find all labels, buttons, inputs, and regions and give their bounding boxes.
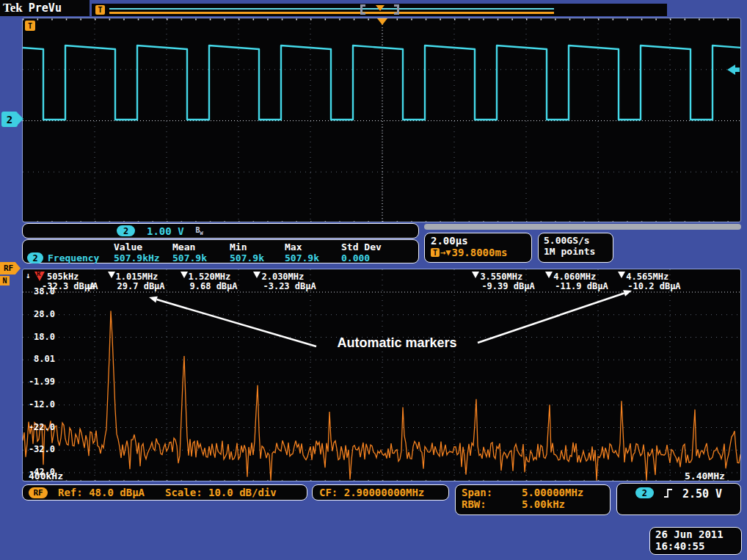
measurement-header-max: Max bbox=[285, 241, 341, 252]
oscilloscope-screen: { "header": {"logo": "Tek", "mode": "Pre… bbox=[0, 0, 747, 560]
sample-rate: 5.00GS/s bbox=[544, 235, 608, 246]
channel-2-ground-label: 2 bbox=[7, 114, 12, 126]
trigger-source-badge: 2 bbox=[635, 487, 654, 498]
measurement-max: 507.9k bbox=[285, 252, 341, 263]
timebase-scale: 2.00µs bbox=[431, 235, 525, 247]
measurement-stddev: 0.000 bbox=[341, 252, 418, 263]
tek-logo: Tek bbox=[3, 1, 23, 15]
rf-axis-label--12.0: -12.0 bbox=[24, 399, 55, 410]
bandwidth-limit-icon: BW bbox=[196, 226, 203, 236]
measurement-value: 507.9kHz bbox=[114, 252, 172, 263]
timebase-delay-value: 39.8000ms bbox=[451, 247, 507, 258]
time-domain-graticule: T bbox=[22, 18, 741, 222]
rf-axis-label-8.01: 8.01 bbox=[24, 354, 55, 364]
annotation-automatic-markers: Automatic markers bbox=[316, 335, 478, 351]
channel-2-scale-value: 1.00 V bbox=[147, 225, 184, 237]
header-bar: Tek PreVu bbox=[0, 0, 90, 16]
time-label: 16:40:55 bbox=[655, 540, 736, 552]
acquisition-mode-label: PreVu bbox=[29, 1, 62, 15]
trigger-position-icon[interactable] bbox=[377, 18, 387, 25]
rf-settings-bar[interactable]: RF Ref: 48.0 dBµA Scale: 10.0 dB/div bbox=[22, 484, 307, 501]
trigger-readout-box[interactable]: 2 2.50 V bbox=[616, 483, 741, 515]
rf-ref-level: Ref: 48.0 dBµA bbox=[58, 487, 145, 498]
record-overview-strip[interactable]: T bbox=[92, 4, 667, 16]
start-frequency-label: 400kHz bbox=[29, 470, 63, 481]
expansion-point-icon bbox=[727, 65, 735, 75]
rf-n-label: N bbox=[2, 277, 7, 285]
rbw-label: RBW: bbox=[462, 498, 522, 510]
measurement-header-mean: Mean bbox=[172, 241, 230, 252]
channel-2-scale-bar[interactable]: 2 1.00 V BW bbox=[22, 223, 419, 239]
channel-2-ground-marker-tip bbox=[18, 113, 23, 125]
measurement-name: Frequency bbox=[48, 252, 99, 263]
measurement-min: 507.9k bbox=[230, 252, 285, 263]
rbw-value: 5.00kHz bbox=[522, 498, 565, 510]
measurement-channel-badge: 2 bbox=[27, 252, 43, 263]
rf-axis-label--22.0: -22.0 bbox=[24, 422, 55, 432]
horizontal-position-indicator bbox=[424, 224, 741, 230]
delay-arrow-icon: →▼ bbox=[440, 247, 451, 258]
rf-scale: Scale: 10.0 dB/div bbox=[165, 487, 277, 498]
rf-normal-marker-badge: N bbox=[0, 276, 10, 286]
overview-trigger-position-icon bbox=[376, 5, 385, 11]
measurement-header-value: Value bbox=[114, 241, 172, 252]
rf-axis-label--1.99: -1.99 bbox=[24, 377, 55, 387]
rf-bar-badge: RF bbox=[29, 487, 48, 498]
channel-2-badge: 2 bbox=[117, 225, 135, 236]
rf-axis-label--32.0: -32.0 bbox=[24, 444, 55, 454]
measurement-panel[interactable]: Value Mean Min Max Std Dev 2 Frequency 5… bbox=[22, 239, 419, 263]
measurement-header-min: Min bbox=[230, 241, 285, 252]
record-length: 1M points bbox=[544, 246, 608, 257]
trigger-level-value: 2.50 V bbox=[682, 487, 722, 501]
acquisition-box[interactable]: 5.00GS/s 1M points bbox=[538, 233, 613, 263]
rf-axis-label-28.0: 28.0 bbox=[24, 309, 55, 319]
rf-spectrum-graticule: ↓ R 505kHz -32.3 dBµA µA 1.015MHz29.7 dB… bbox=[22, 269, 741, 481]
expansion-point-tail bbox=[735, 68, 740, 72]
trigger-t-corner-icon: T bbox=[25, 21, 35, 31]
date-label: 26 Jun 2011 bbox=[655, 528, 736, 540]
span-value: 5.00000MHz bbox=[522, 487, 583, 498]
datetime-box: 26 Jun 2011 16:40:55 bbox=[649, 527, 742, 555]
timebase-t-icon: T bbox=[431, 248, 440, 257]
horizontal-settings-box[interactable]: 2.00µs T →▼ 39.8000ms bbox=[424, 233, 532, 263]
rf-axis-label-18.0: 18.0 bbox=[24, 332, 55, 342]
rf-axis-label-38.0: 38.0 bbox=[24, 286, 55, 297]
measurement-mean: 507.9k bbox=[172, 252, 230, 263]
center-frequency-box[interactable]: CF: 2.90000000MHz bbox=[312, 484, 449, 501]
rf-channel-badge[interactable]: RF bbox=[0, 262, 21, 274]
measurement-source: 2 Frequency bbox=[27, 252, 114, 263]
rising-edge-icon bbox=[663, 487, 673, 498]
span-label: Span: bbox=[462, 487, 522, 498]
center-frequency-value: CF: 2.90000000MHz bbox=[319, 487, 424, 498]
span-rbw-box[interactable]: Span: 5.00000MHz RBW: 5.00kHz bbox=[455, 484, 611, 515]
measurement-header-stddev: Std Dev bbox=[341, 241, 418, 252]
window-bracket-right-icon[interactable] bbox=[394, 4, 399, 15]
window-bracket-left-icon[interactable] bbox=[360, 4, 365, 15]
stop-frequency-label: 5.40MHz bbox=[685, 470, 725, 481]
overview-rf-trace bbox=[109, 12, 554, 14]
trigger-t-icon: T bbox=[95, 5, 105, 15]
rf-badge-label: RF bbox=[4, 263, 13, 273]
overview-ch2-trace bbox=[109, 8, 554, 10]
channel-2-ground-marker[interactable]: 2 bbox=[1, 112, 18, 127]
